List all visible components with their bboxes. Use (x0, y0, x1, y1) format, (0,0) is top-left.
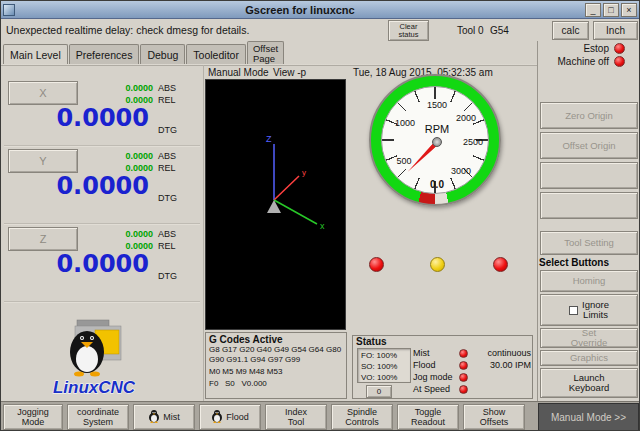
ignore-limits-button[interactable]: Ignore Limits (540, 294, 638, 326)
mist-penguin-icon (148, 409, 160, 425)
status-row-flood: Flood 30.00 IPM (411, 360, 533, 372)
z-axis-label: Z (266, 134, 272, 144)
gauge-tick: 500 (396, 156, 411, 166)
tool-number-label: Tool 0 (457, 25, 484, 36)
launch-keyboard-line2: Keyboard (569, 383, 610, 393)
linuxcnc-logo: LinuxCNC (37, 318, 151, 398)
gauge-value: 0.0 (430, 179, 444, 190)
axis-x-abs-value: 0.0000 (89, 83, 153, 93)
axis-y-dtg-value: 0.0000 (1, 172, 149, 200)
tux-machine-graphic: LinuxCNC (37, 318, 151, 398)
jog-rate-value: 30.00 IPM (471, 360, 531, 370)
y-axis-label: y (302, 168, 306, 177)
axis-z-button[interactable]: Z (8, 227, 78, 251)
close-icon[interactable]: × (621, 3, 637, 17)
axis-group-y: Y 0.0000 ABS 0.0000 REL 0.0000 DTG (1, 147, 203, 213)
sidebar-blank-button-2[interactable] (540, 192, 638, 219)
gauge-tick: 3000 (451, 166, 471, 176)
launch-keyboard-button[interactable]: Launch Keyboard (540, 368, 638, 398)
tab-preferences[interactable]: Preferences (69, 44, 140, 65)
status-row-at-speed: At Speed (411, 384, 533, 396)
gremlin-3d-view[interactable]: Z y x (205, 79, 346, 330)
jog-mode-led-icon (459, 373, 468, 382)
machine-off-label: Machine off (557, 56, 609, 67)
bottom-toolbar: Jogging Mode coordinate System Mist Floo… (1, 401, 640, 431)
tab-tooleditor[interactable]: Tooleditor (186, 44, 246, 65)
velocity-override-value: VO: 100% (361, 372, 407, 383)
separator (4, 301, 200, 303)
spindle-override-value: SO: 100% (361, 361, 407, 372)
titlebar[interactable]: Gscreen for linuxcnc _ □ × (1, 1, 639, 19)
calc-button[interactable]: calc (552, 21, 589, 40)
coordinate-system-button[interactable]: coordinate System (67, 404, 129, 430)
offset-origin-button[interactable]: Offset Origin (540, 132, 638, 159)
rel-label: REL (158, 241, 176, 251)
select-buttons-label: Select Buttons (539, 257, 609, 268)
status-row-mist: Mist continuous (411, 348, 533, 360)
set-override-line2: Override (571, 338, 607, 348)
mist-button[interactable]: Mist (133, 404, 195, 430)
set-override-button[interactable]: Set Override (540, 328, 638, 348)
toggle-readout-button[interactable]: Toggle Readout (397, 404, 459, 430)
abs-label: ABS (158, 151, 176, 161)
gcode-line: G8 G17 G20 G40 G49 G54 G64 G80 (209, 345, 343, 355)
index-tool-line2: Tool (288, 417, 305, 427)
estop-row: Estop (583, 43, 625, 54)
index-tool-button[interactable]: Index Tool (265, 404, 327, 430)
spindle-controls-line1: Spindle (347, 407, 377, 417)
tab-offset-page-line2: Page (253, 54, 278, 64)
sidebar-blank-button-1[interactable] (540, 162, 638, 189)
feed-override-value: FO: 100% (361, 350, 407, 361)
rel-label: REL (158, 95, 176, 105)
gauge-pivot-icon (432, 137, 442, 147)
jogging-mode-line2: Mode (22, 417, 45, 427)
tab-debug[interactable]: Debug (140, 44, 185, 65)
axis-x-button[interactable]: X (8, 81, 78, 105)
abs-label: ABS (158, 229, 176, 239)
tab-offset-page[interactable]: Offset Page (247, 41, 284, 65)
graphics-button[interactable]: Graphics (540, 350, 638, 366)
gcodes-panel: G Codes Active G8 G17 G20 G40 G49 G54 G6… (205, 332, 347, 399)
tab-main-level[interactable]: Main Level (3, 44, 68, 65)
notebook-tabs: Main Level Preferences Debug Tooleditor … (3, 41, 285, 65)
homing-button[interactable]: Homing (540, 270, 638, 292)
ignore-limits-checkbox[interactable] (569, 306, 578, 315)
ignore-limits-line2: Limits (582, 310, 609, 320)
view-label: View -p (273, 67, 306, 78)
units-button[interactable]: Inch (593, 21, 638, 40)
maximize-icon[interactable]: □ (603, 3, 619, 17)
jogging-mode-button[interactable]: Jogging Mode (3, 404, 63, 430)
axis-y-abs-value: 0.0000 (89, 151, 153, 161)
rpm-gauge: 500 1000 1500 2000 2500 3000 RPM 0.0 (369, 74, 501, 206)
x-axis-label: x (320, 221, 325, 231)
override-spin-button[interactable]: 0 (366, 385, 392, 398)
clear-status-button[interactable]: Clear status (388, 20, 429, 41)
mist-label: Mist (413, 348, 430, 358)
zero-origin-button[interactable]: Zero Origin (540, 102, 638, 129)
tool-setting-button[interactable]: Tool Setting (540, 231, 638, 255)
spindle-controls-button[interactable]: Spindle Controls (331, 404, 393, 430)
status-title: Status (356, 336, 387, 347)
minimize-icon[interactable]: _ (585, 3, 601, 17)
mode-toggle-button[interactable]: Manual Mode >> (538, 403, 639, 431)
jog-mode-label: Jog mode (413, 372, 453, 382)
show-offsets-button[interactable]: Show Offsets (463, 404, 525, 430)
axis-z-abs-value: 0.0000 (89, 229, 153, 239)
spindle-controls-line2: Controls (345, 417, 379, 427)
dtg-label: DTG (158, 125, 177, 135)
abs-label: ABS (158, 83, 176, 93)
flood-button[interactable]: Flood (199, 404, 261, 430)
axis-group-x: X 0.0000 ABS 0.0000 REL 0.0000 DTG (1, 79, 203, 145)
coordinate-system-line1: coordinate (77, 407, 119, 417)
gauge-tick: 1500 (427, 100, 447, 110)
sidebar-divider (537, 41, 538, 401)
gcodes-title: G Codes Active (209, 334, 343, 345)
logo-text: LinuxCNC (53, 378, 136, 397)
window-title: Gscreen for linuxcnc (17, 4, 583, 16)
axis-z-dtg-value: 0.0000 (1, 250, 149, 278)
estop-label: Estop (583, 43, 609, 54)
indicator-led-left (369, 257, 384, 272)
axis-y-button[interactable]: Y (8, 149, 78, 173)
rel-label: REL (158, 163, 176, 173)
show-offsets-line2: Offsets (480, 417, 508, 427)
